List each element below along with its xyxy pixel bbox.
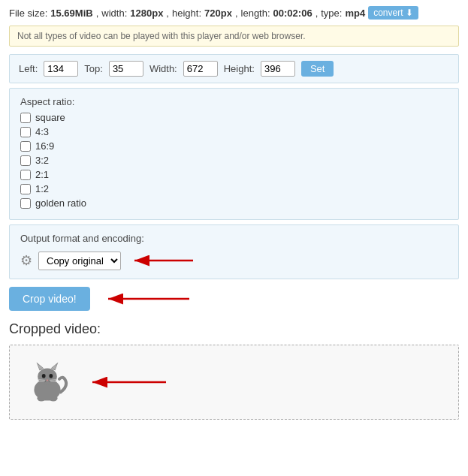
gear-icon: ⚙ <box>20 252 32 269</box>
cropped-video-title: Cropped video: <box>9 321 459 337</box>
cropped-video-box <box>9 345 459 420</box>
type-label: type: <box>321 8 342 19</box>
aspect-ratio-title: Aspect ratio: <box>20 96 448 107</box>
cropped-video-section: Cropped video: <box>9 321 459 420</box>
width-label: width: <box>101 8 127 19</box>
left-label: Left: <box>19 63 38 74</box>
crop-video-button[interactable]: Crop video! <box>9 287 90 311</box>
file-size-value: 15.69MiB <box>50 8 92 19</box>
cat-icon <box>23 357 71 408</box>
output-format-box: Output format and encoding: ⚙ Copy origi… <box>9 224 459 279</box>
output-format-select[interactable]: Copy originalMP4 H.264WebMOGG <box>38 252 121 270</box>
aspect-checkbox-2-1[interactable] <box>20 170 31 180</box>
aspect-option-golden-ratio: golden ratio <box>20 197 448 209</box>
length-label: length: <box>241 8 270 19</box>
convert-button[interactable]: convert ⬇ <box>368 6 418 20</box>
height-input[interactable] <box>261 61 295 77</box>
svg-point-17 <box>37 395 45 401</box>
height-value: 720px <box>204 8 232 19</box>
aspect-label-1-2: 1:2 <box>35 183 49 194</box>
aspect-label-square: square <box>35 112 65 123</box>
type-value: mp4 <box>345 8 365 19</box>
svg-point-11 <box>49 374 53 378</box>
aspect-checkbox-square[interactable] <box>20 113 31 123</box>
crop-button-row: Crop video! <box>9 287 459 311</box>
set-button[interactable]: Set <box>301 61 334 77</box>
width-value: 1280px <box>130 8 163 19</box>
svg-point-10 <box>42 374 46 378</box>
aspect-option-2-1: 2:1 <box>20 169 448 180</box>
arrow-to-cat <box>85 372 168 393</box>
aspect-label-3-2: 3:2 <box>35 155 49 166</box>
aspect-options-list: square4:316:93:22:11:2golden ratio <box>20 112 448 209</box>
aspect-checkbox-golden-ratio[interactable] <box>20 198 31 209</box>
svg-point-18 <box>49 395 57 401</box>
svg-point-5 <box>38 368 57 384</box>
left-input[interactable] <box>44 61 78 77</box>
file-info-row: File size: 15.69MiB, width: 1280px, heig… <box>9 6 459 20</box>
aspect-label-2-1: 2:1 <box>35 169 49 180</box>
height-label: height: <box>172 8 201 19</box>
aspect-option-square: square <box>20 112 448 123</box>
output-format-row: ⚙ Copy originalMP4 H.264WebMOGG <box>20 250 448 271</box>
output-format-title: Output format and encoding: <box>20 233 448 244</box>
aspect-label-4-3: 4:3 <box>35 126 49 137</box>
width-field-label: Width: <box>149 63 177 74</box>
aspect-checkbox-4-3[interactable] <box>20 127 31 137</box>
aspect-option-3-2: 3:2 <box>20 155 448 166</box>
aspect-checkbox-1-2[interactable] <box>20 184 31 194</box>
top-input[interactable] <box>109 61 143 77</box>
aspect-checkbox-3-2[interactable] <box>20 155 31 166</box>
aspect-option-4-3: 4:3 <box>20 126 448 137</box>
height-field-label: Height: <box>224 63 255 74</box>
arrow-to-crop-btn <box>101 288 191 309</box>
top-label: Top: <box>84 63 103 74</box>
aspect-checkbox-16-9[interactable] <box>20 141 31 152</box>
warning-text: Not all types of video can be played wit… <box>17 31 306 41</box>
aspect-option-1-2: 1:2 <box>20 183 448 194</box>
length-value: 00:02:06 <box>273 8 313 19</box>
download-icon: ⬇ <box>406 8 413 18</box>
width-input[interactable] <box>183 61 218 77</box>
warning-box: Not all types of video can be played wit… <box>9 26 459 47</box>
crop-fields-row: Left: Top: Width: Height: Set <box>19 61 449 77</box>
file-size-label: File size: <box>9 8 47 19</box>
arrow-to-select <box>127 250 195 271</box>
crop-fields-box: Left: Top: Width: Height: Set <box>9 54 459 83</box>
aspect-ratio-box: Aspect ratio: square4:316:93:22:11:2gold… <box>9 88 459 220</box>
aspect-option-16-9: 16:9 <box>20 140 448 152</box>
aspect-label-golden-ratio: golden ratio <box>35 197 86 209</box>
aspect-label-16-9: 16:9 <box>35 140 54 152</box>
convert-label: convert <box>373 8 403 18</box>
